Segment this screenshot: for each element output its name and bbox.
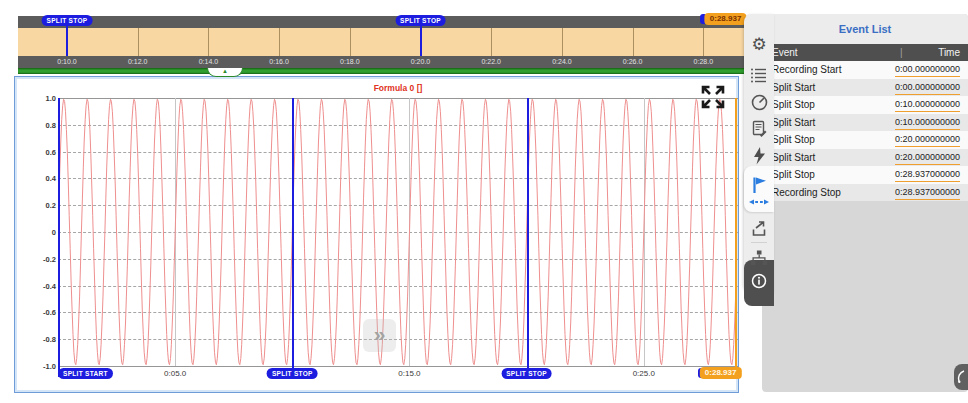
event-time-value[interactable]: 0:28.937000000 [895,186,960,200]
y-axis-label: -0.8 [43,335,56,344]
timeline-tick-label: 0:20.0 [411,58,430,65]
y-axis-label: 0 [52,228,56,237]
panel-title: Event List [762,14,968,44]
share-icon [750,220,768,238]
position-marker-line[interactable] [735,98,737,377]
event-time-value[interactable]: 0:20.000000000 [895,133,960,147]
event-time-value[interactable]: 0:00.000000000 [895,81,960,95]
timeline-tick-label: 0:14.0 [199,58,218,65]
waveform-trace [58,98,738,366]
table-header[interactable]: Event | Time [762,44,968,61]
table-row[interactable]: Split Start0:00.000000000 [762,79,968,97]
y-axis-label: 0.6 [46,147,56,156]
expand-icon[interactable] [698,82,728,112]
event-list-panel: Event List Event | Time Recording Start0… [762,14,968,392]
timeline-band[interactable] [18,28,745,56]
y-axis-label: 0.4 [46,174,56,183]
timeline-tick-line [208,28,209,56]
table-row[interactable]: Recording Start0:00.000000000 [762,61,968,79]
event-time-value[interactable]: 0:10.000000000 [895,98,960,112]
topology-button[interactable] [748,247,770,269]
report-icon [750,120,768,137]
timeline-tick-label: 0:16.0 [269,58,288,65]
lightning-icon [751,147,768,165]
split-marker-pill[interactable]: SPLIT STOP [267,368,318,379]
split-marker-pill[interactable]: SPLIT STOP [501,368,552,379]
timeline-position-badge[interactable]: 0:28.937 [705,13,747,25]
timeline-tick-label: 0:22.0 [481,58,500,65]
list-icon [750,67,768,83]
split-marker-line[interactable] [292,98,294,377]
timeline-tick-line [633,28,634,56]
panel-resize-grip[interactable] [954,364,968,390]
column-header-time[interactable]: Time [938,44,960,61]
timeline-tick-line [491,28,492,56]
timeline-tick-line [562,28,563,56]
fast-forward-watermark[interactable]: » [363,319,396,352]
event-table-rows: Recording Start0:00.000000000Split Start… [762,61,968,201]
timeline-tick-line [350,28,351,56]
split-marker-line[interactable] [527,98,529,377]
flags-button[interactable] [748,174,770,196]
y-axis-label: 0.8 [46,120,56,129]
event-time-value[interactable]: 0:20.000000000 [895,151,960,165]
event-time-value[interactable]: 0:28.937000000 [895,168,960,182]
overview-timeline[interactable]: 0:10.00:12.00:14.00:16.00:18.00:20.00:22… [18,16,745,68]
timeline-tick-label: 0:12.0 [128,58,147,65]
column-divider[interactable]: | [900,44,903,61]
timeline-split-line[interactable] [420,21,422,56]
chart-title: Formula 0 [] [58,83,738,93]
timeline-tick-label: 0:10.0 [57,58,76,65]
gauge-button[interactable] [748,91,770,113]
flag-icon [750,176,768,194]
split-marker-pill[interactable]: SPLIT START [58,368,113,379]
export-button[interactable] [748,218,770,240]
y-axis-label: -0.6 [43,308,56,317]
y-axis-label: 1.0 [46,94,56,103]
x-axis-label: 0:25.0 [633,369,655,378]
table-row[interactable]: Split Stop0:20.000000000 [762,131,968,149]
event-list-button[interactable] [748,64,770,86]
timeline-split-pill[interactable]: SPLIT STOP [395,15,446,26]
marker-arrows-icon [749,199,769,205]
event-time-value[interactable]: 0:00.000000000 [895,63,960,77]
timeline-tick-label: 0:24.0 [552,58,571,65]
x-axis-label: 0:05.0 [164,369,186,378]
plot-area[interactable]: SPLIT STARTSPLIT STOPSPLIT STOP » 0:28.9… [58,98,738,366]
table-row[interactable]: Split Start0:20.000000000 [762,149,968,167]
splitter-bar[interactable] [18,68,745,74]
y-axis-label: -0.4 [43,281,56,290]
timeline-top-band [18,16,745,28]
waveform-chart[interactable]: Formula 0 [] SPLIT STARTSPLIT STOPSPLIT … [14,76,739,393]
chart-position-badge[interactable]: 0:28.937 [700,367,742,379]
timeline-tick-label: 0:18.0 [340,58,359,65]
timeline-tick-label: 0:26.0 [623,58,642,65]
info-icon [750,272,768,290]
marker-nav-buttons[interactable] [748,198,770,206]
gear-icon: ⚙ [751,35,766,55]
settings-button[interactable]: ⚙ [748,34,770,56]
topology-icon [750,250,768,266]
timeline-split-pill[interactable]: SPLIT STOP [42,15,93,26]
timeline-tick-line [279,28,280,56]
split-marker-line[interactable] [58,98,60,377]
side-toolbar: ⚙ [744,14,774,292]
table-row[interactable]: Split Stop0:10.000000000 [762,96,968,114]
toolbar-divider [751,242,767,243]
y-axis-label: -0.2 [43,254,56,263]
info-button[interactable] [748,270,770,292]
grip-icon [956,369,966,385]
timeline-tick-line [138,28,139,56]
gauge-icon [750,93,769,112]
table-row[interactable]: Split Start0:10.000000000 [762,114,968,132]
y-axis-label: 0.2 [46,201,56,210]
x-axis-label: 0:15.0 [398,369,420,378]
trigger-button[interactable] [748,145,770,167]
table-row[interactable]: Split Stop0:28.937000000 [762,166,968,184]
collapse-chevron-tab[interactable]: ▲ [207,68,243,77]
event-time-value[interactable]: 0:10.000000000 [895,116,960,130]
table-row[interactable]: Recording Stop0:28.937000000 [762,184,968,202]
timeline-split-line[interactable] [66,21,68,56]
report-button[interactable] [748,117,770,139]
y-axis-label: -1.0 [43,362,56,371]
